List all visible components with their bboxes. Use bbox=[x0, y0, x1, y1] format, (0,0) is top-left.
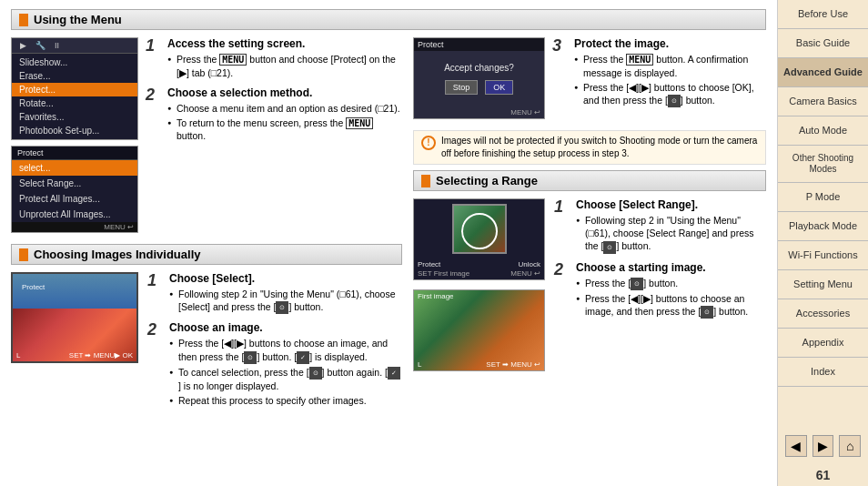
nav-home-button[interactable]: ⌂ bbox=[839, 435, 861, 457]
step-1-bullets: Press the MENU button and choose [Protec… bbox=[167, 53, 402, 79]
sr-labels: Protect Unlock bbox=[418, 260, 540, 268]
sidebar-item-advanced-guide[interactable]: Advanced Guide bbox=[778, 58, 868, 87]
protect-buttons: Stop OK bbox=[445, 80, 514, 95]
ci-step-1-bullets: Following step 2 in "Using the Menu" (□6… bbox=[169, 288, 402, 314]
sr-steps: 1 Choose [Select Range]. Following step … bbox=[554, 198, 766, 377]
mm-item-select[interactable]: select... bbox=[12, 160, 137, 176]
protect-ok-btn[interactable]: OK bbox=[485, 80, 513, 95]
sr-step-2-content: Choose a starting image. Press the [⊙] b… bbox=[576, 261, 766, 321]
section-choosing-images: Choosing Images Individually Protect L S… bbox=[11, 244, 402, 414]
step3-row: Protect Accept changes? Stop OK MENU ↩ 3… bbox=[413, 37, 766, 125]
protect-label: Protect bbox=[22, 283, 45, 291]
section-title-choosing: Choosing Images Individually bbox=[34, 248, 200, 261]
mm-item-select-range[interactable]: Select Range... bbox=[12, 176, 137, 191]
protect-screen-mock: Protect Accept changes? Stop OK MENU ↩ bbox=[413, 37, 545, 119]
fi-label: L bbox=[418, 360, 421, 369]
sidebar-item-before-use[interactable]: Before Use bbox=[778, 0, 868, 29]
step3-content: Protect the image. Press the MENU button… bbox=[574, 37, 766, 109]
step-2-number: 2 bbox=[146, 86, 160, 145]
fi-footer: SET ➡ MENU ↩ bbox=[486, 360, 540, 369]
ci-step-1-content: Choose [Select]. Following step 2 in "Us… bbox=[169, 272, 402, 316]
menu-item-favorites[interactable]: Favorites... bbox=[12, 110, 137, 124]
section-selecting-range-header: Selecting a Range bbox=[413, 170, 766, 191]
sr-step-2-bullets: Press the [⊙] button. Press the [◀][▶] b… bbox=[576, 277, 766, 319]
ci-step-2-title: Choose an image. bbox=[169, 321, 402, 334]
step-2-bullets: Choose a menu item and an option as desi… bbox=[167, 102, 402, 143]
sidebar-item-other-modes[interactable]: Other Shooting Modes bbox=[778, 146, 868, 183]
menu-item-rotate[interactable]: Rotate... bbox=[12, 96, 137, 110]
sidebar-item-basic-guide[interactable]: Basic Guide bbox=[778, 29, 868, 58]
nav-next-button[interactable]: ▶ bbox=[812, 435, 834, 457]
step-1-title: Access the setting screen. bbox=[167, 37, 402, 50]
mm-item-unprotect-all[interactable]: Unprotect All Images... bbox=[12, 207, 137, 222]
protect-screen-footer: MENU ↩ bbox=[510, 108, 540, 116]
nav-prev-button[interactable]: ◀ bbox=[785, 435, 807, 457]
sr-step-1-title: Choose [Select Range]. bbox=[576, 198, 766, 211]
menu-item-erase[interactable]: Erase... bbox=[12, 69, 137, 83]
section-title-selecting-range: Selecting a Range bbox=[436, 174, 538, 187]
mm-item-protect-all[interactable]: Protect All Images... bbox=[12, 191, 137, 207]
menu-mock-2: Protect select... Select Range... Protec… bbox=[11, 146, 138, 233]
sidebar-item-wifi[interactable]: Wi-Fi Functions bbox=[778, 241, 868, 270]
menu-item-photobook[interactable]: Photobook Set-up... bbox=[12, 124, 137, 137]
step-2-block: 2 Choose a selection method. Choose a me… bbox=[146, 86, 402, 145]
step-2-content: Choose a selection method. Choose a menu… bbox=[167, 86, 402, 145]
section-choosing-header: Choosing Images Individually bbox=[11, 244, 402, 265]
mm-title: Protect bbox=[12, 147, 137, 160]
info-text: Images will not be protected if you swit… bbox=[441, 135, 758, 160]
sidebar-item-p-mode[interactable]: P Mode bbox=[778, 183, 868, 212]
info-box: ! Images will not be protected if you sw… bbox=[413, 130, 766, 165]
step-2-bullet-2: To return to the menu screen, press the … bbox=[167, 116, 402, 143]
sidebar-item-appendix[interactable]: Appendix bbox=[778, 329, 868, 358]
top-two-col: ▶ 🔧 ΙΙ Slideshow... Erase... Protect... … bbox=[11, 37, 766, 414]
menu-mock-1: ▶ 🔧 ΙΙ Slideshow... Erase... Protect... … bbox=[11, 37, 138, 140]
menu-item-protect[interactable]: Protect... bbox=[12, 83, 137, 96]
photo-set-ok: SET ➡ MENU▶ OK bbox=[69, 351, 133, 359]
step-2-title: Choose a selection method. bbox=[167, 86, 402, 99]
sr-step-2-b1: Press the [⊙] button. bbox=[576, 277, 766, 290]
sr-step-2: 2 Choose a starting image. Press the [⊙]… bbox=[554, 261, 766, 321]
sidebar-item-setting-menu[interactable]: Setting Menu bbox=[778, 270, 868, 299]
left-column: ▶ 🔧 ΙΙ Slideshow... Erase... Protect... … bbox=[11, 37, 402, 414]
step-2-bullet-1: Choose a menu item and an option as desi… bbox=[167, 102, 402, 115]
left-steps: 1 Access the setting screen. Press the M… bbox=[146, 37, 402, 237]
step-1-number: 1 bbox=[146, 37, 160, 81]
sidebar-item-accessories[interactable]: Accessories bbox=[778, 299, 868, 329]
sr-footer: SET First image MENU ↩ bbox=[418, 269, 540, 278]
menu-item-slideshow[interactable]: Slideshow... bbox=[12, 56, 137, 69]
sidebar-item-camera-basics[interactable]: Camera Basics bbox=[778, 87, 868, 116]
sidebar-item-auto-mode[interactable]: Auto Mode bbox=[778, 116, 868, 146]
ci-step-2-b1: Press the [◀][▶] buttons to choose an im… bbox=[169, 337, 402, 363]
ci-step-2-b2: To cancel selection, press the [⊙] butto… bbox=[169, 366, 402, 392]
left-inner: ▶ 🔧 ΙΙ Slideshow... Erase... Protect... … bbox=[11, 37, 402, 237]
step3-bullets: Press the MENU button. A confirmation me… bbox=[574, 53, 766, 107]
sr-step-1-b1: Following step 2 in "Using the Menu" (□6… bbox=[576, 214, 766, 254]
ci-photo-col: Protect L SET ➡ MENU▶ OK bbox=[11, 272, 138, 414]
sr-screens: Protect Unlock SET First image MENU ↩ L … bbox=[413, 198, 545, 377]
ci-step-1-num: 1 bbox=[147, 272, 162, 316]
sr-circle bbox=[461, 213, 498, 249]
sr-footer-menu: MENU ↩ bbox=[510, 269, 540, 278]
ci-step-2-num: 2 bbox=[147, 321, 162, 409]
ci-layout: Protect L SET ➡ MENU▶ OK 1 Choose [Selec… bbox=[11, 272, 402, 414]
sr-step-1-bullets: Following step 2 in "Using the Menu" (□6… bbox=[576, 214, 766, 254]
sr-step-1-num: 1 bbox=[554, 198, 569, 256]
protect-stop-btn[interactable]: Stop bbox=[445, 80, 479, 95]
ci-step-2: 2 Choose an image. Press the [◀][▶] butt… bbox=[147, 321, 402, 409]
mm-footer: MENU ↩ bbox=[12, 222, 137, 232]
protect-screen-title: Protect bbox=[414, 38, 544, 51]
select-range-screen: Protect Unlock SET First image MENU ↩ bbox=[413, 198, 545, 280]
sidebar-item-index[interactable]: Index bbox=[778, 358, 868, 387]
step3-block: 3 Protect the image. Press the MENU butt… bbox=[552, 37, 766, 109]
sidebar-item-playback-mode[interactable]: Playback Mode bbox=[778, 212, 868, 241]
menu-tabs: ▶ 🔧 ΙΙ bbox=[12, 38, 137, 54]
right-column: Protect Accept changes? Stop OK MENU ↩ 3… bbox=[413, 37, 766, 414]
step-1-bullet-1: Press the MENU button and choose [Protec… bbox=[167, 53, 402, 79]
page-number: 61 bbox=[778, 464, 868, 486]
sr-layout: Protect Unlock SET First image MENU ↩ L … bbox=[413, 198, 766, 377]
main-content: Using the Menu ▶ 🔧 ΙΙ Slideshow... bbox=[0, 0, 777, 486]
fi-first-label: First image bbox=[418, 292, 454, 300]
sr-step-1-content: Choose [Select Range]. Following step 2 … bbox=[576, 198, 766, 256]
protect-accept-msg: Accept changes? bbox=[444, 63, 514, 73]
step3-number: 3 bbox=[552, 37, 567, 109]
